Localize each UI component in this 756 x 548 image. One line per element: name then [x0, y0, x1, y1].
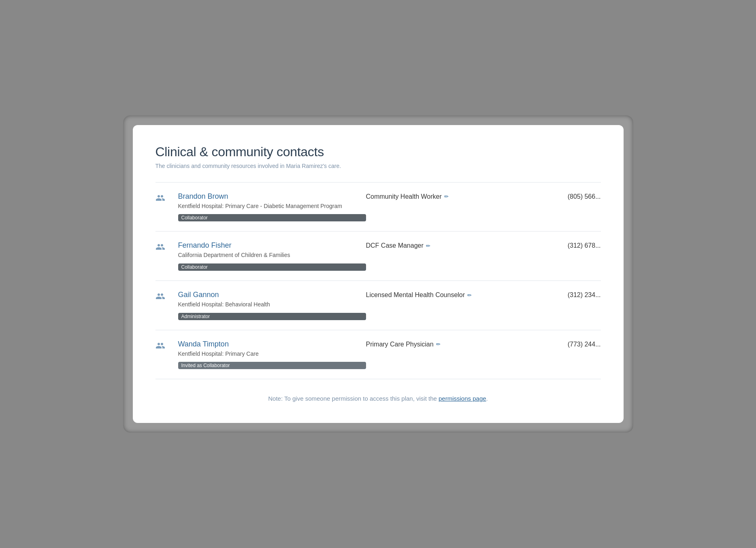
- person-group-icon: [155, 192, 178, 205]
- contact-org: Kentfield Hospital: Primary Care - Diabe…: [178, 202, 366, 210]
- edit-role-icon[interactable]: ✏: [467, 292, 472, 298]
- contact-role: DCF Case Manager ✏: [366, 241, 520, 249]
- role-label: Community Health Worker: [366, 193, 442, 200]
- contact-name[interactable]: Gail Gannon: [178, 291, 366, 299]
- table-row: Gail Gannon Kentfield Hospital: Behavior…: [155, 281, 601, 330]
- contact-phone: (773) 244...: [520, 340, 601, 348]
- contact-phone: (312) 678...: [520, 241, 601, 249]
- role-label: Primary Care Physician: [366, 341, 434, 348]
- contact-info: Gail Gannon Kentfield Hospital: Behavior…: [178, 291, 366, 320]
- person-group-icon: [155, 291, 178, 304]
- contact-info: Wanda Timpton Kentfield Hospital: Primar…: [178, 340, 366, 370]
- permissions-link[interactable]: permissions page: [439, 395, 486, 402]
- contact-info: Brandon Brown Kentfield Hospital: Primar…: [178, 192, 366, 222]
- edit-role-icon[interactable]: ✏: [426, 243, 430, 249]
- contact-org: California Department of Children & Fami…: [178, 251, 366, 259]
- contact-role: Licensed Mental Health Counselor ✏: [366, 291, 520, 299]
- contact-name[interactable]: Fernando Fisher: [178, 241, 366, 250]
- contact-phone: (805) 566...: [520, 192, 601, 200]
- contact-role: Primary Care Physician ✏: [366, 340, 520, 348]
- inner-card: Clinical & community contacts The clinic…: [133, 125, 624, 423]
- page-title: Clinical & community contacts: [155, 144, 601, 159]
- contact-role: Community Health Worker ✏: [366, 192, 520, 200]
- page-subtitle: The clinicians and community resources i…: [155, 163, 601, 169]
- note-section: Note: To give someone permission to acce…: [155, 394, 601, 404]
- contact-org: Kentfield Hospital: Behavioral Health: [178, 301, 366, 309]
- contacts-table: Brandon Brown Kentfield Hospital: Primar…: [155, 182, 601, 379]
- contact-info: Fernando Fisher California Department of…: [178, 241, 366, 271]
- contact-org: Kentfield Hospital: Primary Care: [178, 350, 366, 358]
- contact-badge: Administrator: [178, 313, 366, 320]
- edit-role-icon[interactable]: ✏: [436, 341, 441, 347]
- edit-role-icon[interactable]: ✏: [444, 193, 449, 200]
- note-suffix: .: [486, 395, 488, 402]
- contact-badge: Collaborator: [178, 214, 366, 221]
- contact-name[interactable]: Wanda Timpton: [178, 340, 366, 348]
- person-group-icon: [155, 340, 178, 353]
- contact-badge: Collaborator: [178, 263, 366, 271]
- person-group-icon: [155, 241, 178, 254]
- contact-name[interactable]: Brandon Brown: [178, 192, 366, 201]
- table-row: Wanda Timpton Kentfield Hospital: Primar…: [155, 330, 601, 380]
- note-text: Note: To give someone permission to acce…: [268, 395, 439, 402]
- role-label: Licensed Mental Health Counselor: [366, 291, 465, 299]
- outer-frame: Clinical & community contacts The clinic…: [123, 115, 633, 433]
- contact-phone: (312) 234...: [520, 291, 601, 299]
- table-row: Brandon Brown Kentfield Hospital: Primar…: [155, 183, 601, 232]
- contact-badge: Invited as Collaborator: [178, 362, 366, 369]
- role-label: DCF Case Manager: [366, 242, 424, 249]
- table-row: Fernando Fisher California Department of…: [155, 232, 601, 281]
